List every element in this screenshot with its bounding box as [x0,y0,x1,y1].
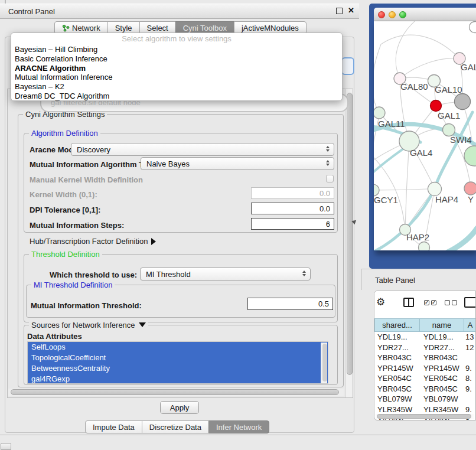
tab-discretize-data[interactable]: Discretize Data [142,420,209,433]
network-node-label: HAP2 [406,232,429,242]
mi-steps-label: Mutual Information Steps: [30,221,124,230]
mi-type-label: Mutual Information Algorithm Type: [30,160,159,169]
table-header-row: shared... name A [374,318,476,332]
manual-kernel-checkbox[interactable] [326,175,334,182]
data-attributes-list[interactable]: SelfLoopsTopologicalCoefficientBetweenne… [27,341,328,384]
column-header-partial[interactable]: A [464,318,476,332]
table-row[interactable]: YDL19...YDL19...13 [374,332,476,343]
table-cell: 9. [464,405,476,415]
table-horizontal-scrollbar[interactable] [376,414,474,419]
table-toolbar: ⚙ ✓✓ [374,291,476,317]
mi-steps-field[interactable]: 6 [251,218,334,230]
table-row[interactable]: YBR045CYBR045C9. [374,384,476,394]
table-cell: YDR27... [420,343,464,353]
sources-toggle[interactable]: Sources for Network Inference [29,321,148,330]
table-row[interactable]: YDR27...YDR27...12 [374,343,476,353]
hub-definition-toggle[interactable]: Hub/Transcription Factor Definition [30,237,156,246]
algorithm-option[interactable]: Bayesian – K2 [11,82,342,92]
table-cell: YLR345W [420,405,464,415]
network-node[interactable] [455,94,471,110]
table-cell: YBR043C [374,353,420,363]
list-scrollbar[interactable] [321,343,327,384]
network-window-titlebar[interactable] [374,8,476,21]
network-node-label: Y [468,194,474,204]
minimize-traffic-icon[interactable] [389,11,396,18]
deselect-all-checks-icon[interactable] [445,300,457,305]
network-icon [62,24,70,32]
columns-icon[interactable] [403,298,414,307]
table-cell: YDR27... [374,343,420,353]
settings-vertical-scrollbar[interactable] [345,89,353,397]
which-threshold-combo[interactable]: MI Threshold [140,268,311,281]
app-screen: Control Panel ✕ Network Style Select Cyn… [0,0,476,450]
close-icon[interactable]: ✕ [348,6,354,15]
table-cell: YBL079W [374,394,420,405]
data-attribute-item[interactable]: gal4RGexp [28,374,328,384]
tab-infer-network[interactable]: Infer Network [208,420,269,433]
network-node[interactable] [464,146,476,166]
mi-algorithm-type-combo[interactable]: Naive Bayes [141,157,334,170]
network-node[interactable] [374,107,385,119]
table-row[interactable]: YLR345WYLR345W9. [374,405,476,415]
network-node[interactable] [419,242,430,251]
combo-value: MI Threshold [146,270,191,279]
table-cell: 9. [464,384,476,394]
column-header-name[interactable]: name [420,318,464,332]
tab-label: Network [72,24,100,32]
select-all-checks-icon[interactable]: ✓✓ [424,300,436,305]
expand-right-icon [151,238,156,245]
dpi-tolerance-field[interactable]: 0.0 [251,203,334,214]
data-attribute-item[interactable]: TopologicalCoefficient [28,353,328,363]
aracne-mode-combo[interactable]: Discovery [71,143,334,156]
table-cell: YPR145W [374,363,420,374]
table-row[interactable]: YBR043CYBR043C [374,353,476,363]
network-node[interactable] [431,100,442,112]
float-panel-icon[interactable] [336,8,343,14]
data-attribute-item[interactable]: BetweennessCentrality [28,363,328,374]
network-edges-thick [374,112,476,250]
network-node-label: GAL1 [438,110,460,120]
algorithm-option[interactable]: Dream8 DC_TDC Algorithm [11,92,342,101]
network-node[interactable] [374,184,379,196]
which-threshold-label: Which threshold to use: [50,270,137,279]
manual-kernel-label: Manual Kernel Width Definition [30,175,143,184]
network-canvas[interactable]: GALGAL80GAL10GAL1SWI4GAL11GAL4GCY1HAP4YH… [374,21,476,250]
algorithm-option[interactable]: Mutual Information Inference [11,73,342,82]
algorithm-dropdown-popup: Select algorithm to view settings Bayesi… [11,32,343,101]
network-node-label: GAL [461,62,476,72]
gear-icon[interactable]: ⚙ [376,296,385,308]
panel-title: Control Panel [8,7,55,16]
table-window: ⚙ ✓✓ shared... name A YDL19...YDL19...13… [374,291,476,420]
partial-toolbar-icon[interactable] [464,297,476,308]
table-cell: YBR045C [420,384,464,394]
network-node-label: HAP4 [435,194,458,204]
algorithm-option[interactable]: Basic Correlation Inference [11,54,342,64]
network-node-label: GAL11 [378,119,405,129]
table-cell: YBL079W [420,394,464,405]
cyni-bottom-tabbar: Impute Data Discretize Data Infer Networ… [85,420,269,433]
popup-items: Bayesian – Hill ClimbingBasic Correlatio… [11,45,342,101]
algorithm-option[interactable]: Bayesian – Hill Climbing [11,45,342,54]
table-cell: 8. [464,373,476,384]
kernel-width-field[interactable]: 0.0 [251,187,334,199]
table-row[interactable]: YER054CYER054C8. [374,373,476,384]
column-header-shared[interactable]: shared... [374,318,420,332]
algorithm-option[interactable]: ARACNE Algorithm [11,64,342,73]
table-row[interactable]: YPR145WYPR145W9. [374,363,476,374]
network-node[interactable] [464,182,476,195]
network-node-label: GCY1 [374,195,398,205]
group-title: MI Threshold Definition [31,281,115,289]
mi-threshold-field[interactable]: 0.5 [247,298,333,310]
data-attribute-item[interactable]: SelfLoops [28,342,328,353]
collapsed-panel-button[interactable] [1,443,11,450]
zoom-traffic-icon[interactable] [399,11,406,18]
table-cell: YPR145W [420,363,464,374]
apply-button[interactable]: Apply [160,401,199,414]
tab-impute-data[interactable]: Impute Data [85,420,142,433]
table-row[interactable]: YBL079WYBL079W [374,394,476,405]
network-node-label: GAL4 [410,148,432,158]
table-panel-title: Table Panel [375,276,415,285]
network-node[interactable] [470,22,476,33]
close-traffic-icon[interactable] [378,11,385,18]
settings-horizontal-scrollbar[interactable] [8,389,344,396]
